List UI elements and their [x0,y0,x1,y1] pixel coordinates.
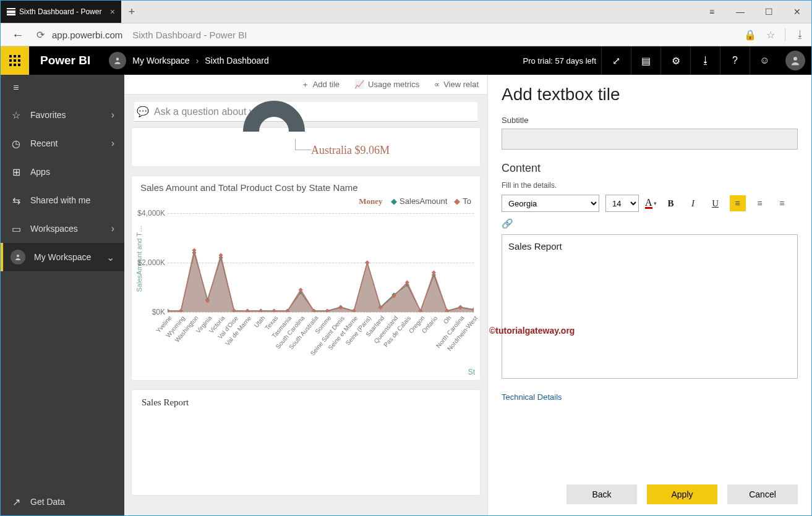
x-axis-categories: YvelineWyomingWashingtonVirginiaVictoria… [168,315,474,370]
x-axis-title: St [468,368,475,376]
subtitle-label: Subtitle [502,116,798,125]
close-icon[interactable]: × [110,7,115,17]
url-input[interactable]: app.powerbi.com Sixth Dashboard - Power … [52,30,737,40]
refresh-icon[interactable]: ⟳ [36,29,45,41]
italic-button[interactable]: I [685,195,701,211]
tile-textbox[interactable]: Sales Report [132,390,480,495]
app-launcher-button[interactable] [1,46,29,75]
svg-rect-35 [272,309,276,312]
y-tick: $4,000K [133,209,165,218]
svg-rect-39 [325,309,330,312]
bar-chart-icon [7,8,15,15]
donut-slice [243,101,305,132]
nav-label: Workspaces [30,224,78,234]
help-icon[interactable]: ? [720,46,750,75]
url-host: app.powerbi.com [52,30,122,40]
nav-label: Shared with me [30,195,90,205]
panel-footer: Back Apply Cancel [502,475,798,516]
align-center-button[interactable]: ≡ [752,195,768,211]
workspace-avatar-icon [109,52,126,69]
bold-button[interactable]: B [663,195,679,211]
font-size-select[interactable]: 14 [605,195,639,212]
view-related-button[interactable]: ∝View relat [434,80,479,89]
chart-legend: Money SalesAmount To [140,197,471,206]
nav-label: Favorites [30,110,66,120]
favorite-icon[interactable]: ☆ [766,29,775,41]
legend-series-1: SalesAmount [391,197,447,206]
browser-tab[interactable]: Sixth Dashboard - Power × [1,1,121,23]
download-icon[interactable]: ⭳ [795,29,805,40]
nav-get-data[interactable]: ↗Get Data [1,487,124,516]
svg-point-2 [17,255,19,257]
chart-plot-area: $0K$2,000K$4,000K [168,213,474,312]
nav-my-workspace[interactable]: My Workspace ⌄ [1,243,124,271]
nav-apps[interactable]: ⊞Apps [1,158,124,186]
settings-gear-icon[interactable]: ⚙ [660,46,690,75]
apply-button[interactable]: Apply [647,484,717,504]
toolbar-label: Usage metrics [368,80,419,89]
svg-rect-33 [246,309,250,312]
svg-point-1 [793,57,797,61]
breadcrumb-dashboard[interactable]: Sixth Dashboard [205,56,269,66]
share-icon: ⇆ [11,195,22,206]
person-icon [11,250,25,264]
nav-favorites[interactable]: ☆Favorites› [1,101,124,129]
align-left-button[interactable]: ≡ [730,195,746,211]
svg-rect-47 [432,270,436,274]
nav-label: Recent [30,138,58,148]
get-data-icon: ↗ [11,496,22,508]
y-tick: $2,000K [133,258,165,267]
fullscreen-icon[interactable]: ⤢ [601,46,631,75]
maximize-icon[interactable]: ☐ [754,1,783,23]
plus-icon: ＋ [301,79,309,90]
download-app-icon[interactable]: ⭳ [690,46,720,75]
back-button[interactable]: Back [566,484,637,504]
qa-input[interactable]: 💬 Ask a question about your data [134,102,477,122]
underline-button[interactable]: U [707,195,724,211]
comments-icon[interactable]: ▤ [631,46,660,75]
cancel-button[interactable]: Cancel [727,484,798,504]
font-family-select[interactable]: Georgia [502,195,599,212]
content-editor[interactable]: Sales Report [502,234,798,379]
minimize-icon[interactable]: — [726,1,754,23]
hyperlink-icon[interactable]: 🔗 [502,218,513,229]
font-color-button[interactable]: A▾ [645,198,657,209]
nav-shared[interactable]: ⇆Shared with me [1,186,124,214]
divider [785,28,785,41]
nav-collapse-button[interactable]: ≡ [1,75,124,101]
nav-recent[interactable]: ◷Recent› [1,129,124,158]
subtitle-input[interactable] [502,129,798,150]
rte-toolbar: Georgia 14 A▾ B I U ≡ ≡ ≡ [502,195,798,212]
breadcrumb-workspace[interactable]: My Workspace [132,56,189,66]
usage-metrics-button[interactable]: 📈Usage metrics [354,80,419,89]
user-avatar[interactable] [785,51,805,70]
watermark: ©tutorialgateway.org [489,326,575,336]
tile-donut-snippet[interactable]: Australia $9.06M [132,128,480,166]
waffle-icon [9,55,20,66]
technical-details-link[interactable]: Technical Details [502,392,798,402]
add-tile-button[interactable]: ＋Add tile [301,79,340,90]
dashboard-toolbar: ＋Add tile 📈Usage metrics ∝View relat [124,75,487,95]
svg-point-0 [116,57,119,61]
add-textbox-panel: Add textbox tile Subtitle Content Fill i… [487,75,811,516]
feedback-smile-icon[interactable]: ☺ [750,46,779,75]
new-tab-button[interactable]: + [121,1,142,23]
chevron-right-icon: › [196,56,199,66]
brand-label: Power BI [40,54,90,67]
lock-icon: 🔒 [744,29,756,41]
donut-label: Australia $9.06M [311,144,390,157]
tab-title: Sixth Dashboard - Power [19,7,101,16]
window-close-icon[interactable]: ✕ [783,1,811,23]
svg-rect-37 [299,287,303,292]
tile-area-chart[interactable]: Sales Amount and Total Product Cost by S… [132,176,480,380]
textbox-content: Sales Report [142,397,470,408]
leader-line [295,139,311,150]
align-right-button[interactable]: ≡ [774,195,790,211]
chevron-down-icon: ⌄ [106,252,114,263]
y-tick: $0K [133,308,165,316]
browser-menu-icon[interactable]: ≡ [698,1,726,23]
nav-label: Get Data [30,497,65,507]
trial-status: Pro trial: 57 days left [523,56,597,66]
back-icon[interactable]: ← [12,28,24,42]
nav-workspaces[interactable]: ▭Workspaces› [1,214,124,243]
